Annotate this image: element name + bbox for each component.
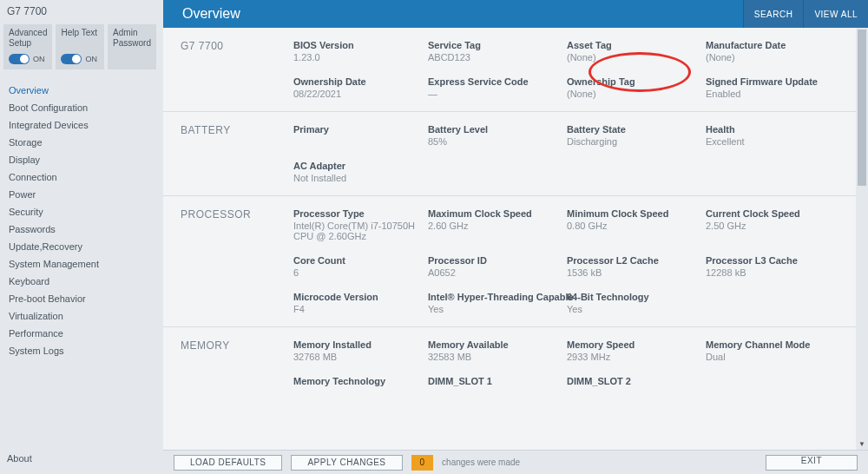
section-memory: MEMORY Memory Installed32768 MB Memory A… (163, 327, 856, 400)
field-microcode: Microcode VersionF4 (293, 292, 428, 314)
viewall-button[interactable]: VIEW ALL (803, 0, 868, 28)
toggle-advanced-setup[interactable]: Advanced Setup ON (3, 24, 52, 69)
field-min-clock: Minimum Clock Speed0.80 GHz (567, 208, 706, 241)
field-mem-speed: Memory Speed2933 MHz (567, 339, 706, 362)
load-defaults-button[interactable]: LOAD DEFAULTS (174, 455, 282, 471)
nav-passwords[interactable]: Passwords (0, 221, 163, 238)
about-link[interactable]: About (7, 453, 32, 464)
changes-text: changes were made (442, 458, 520, 467)
model-title: G7 7700 (0, 0, 163, 24)
nav-update-recovery[interactable]: Update,Recovery (0, 238, 163, 255)
field-manufacture-date: Manufacture Date(None) (706, 40, 853, 63)
section-label-battery: BATTERY (181, 124, 293, 183)
nav-connection[interactable]: Connection (0, 168, 163, 186)
toggle-switch-icon[interactable] (61, 54, 82, 64)
nav-security[interactable]: Security (0, 203, 163, 221)
scrollbar-thumb[interactable] (858, 30, 866, 186)
section-battery: BATTERY Primary Battery Level85% Battery… (163, 112, 856, 196)
field-asset-tag: Asset Tag(None) (567, 40, 706, 63)
page-title: Overview (182, 6, 743, 22)
field-processor-type: Processor TypeIntel(R) Core(TM) i7-10750… (293, 208, 428, 241)
field-current-clock: Current Clock Speed2.50 GHz (706, 208, 853, 241)
nav-performance[interactable]: Performance (0, 325, 163, 342)
field-mem-available: Memory Available32583 MB (428, 339, 567, 362)
nav-overview[interactable]: Overview (0, 82, 163, 99)
field-l2-cache: Processor L2 Cache1536 kB (567, 255, 706, 278)
field-ac-adapter: AC AdapterNot Installed (293, 161, 428, 183)
scrollbar[interactable]: ▼ (856, 28, 868, 450)
nav-boot-configuration[interactable]: Boot Configuration (0, 99, 163, 116)
header: Overview SEARCH VIEW ALL (163, 0, 868, 28)
changes-count-badge: 0 (411, 455, 434, 471)
field-mem-technology: Memory Technology (293, 376, 428, 388)
field-ownership-tag: Ownership Tag(None) (567, 76, 706, 99)
main: Overview SEARCH VIEW ALL G7 7700 BIOS Ve… (163, 0, 868, 474)
field-ownership-date: Ownership Date08/22/2021 (293, 76, 428, 99)
field-bios-version: BIOS Version1.23.0 (293, 40, 428, 63)
field-battery-state: Battery StateDischarging (567, 124, 706, 147)
nav-keyboard[interactable]: Keyboard (0, 273, 163, 290)
section-general: G7 7700 BIOS Version1.23.0 Service TagAB… (163, 28, 856, 112)
field-primary: Primary (293, 124, 428, 147)
field-max-clock: Maximum Clock Speed2.60 GHz (428, 208, 567, 241)
exit-button[interactable]: EXIT (766, 455, 858, 471)
field-hyperthreading: Intel® Hyper-Threading CapableYes (428, 292, 567, 314)
field-mem-installed: Memory Installed32768 MB (293, 339, 428, 362)
field-dimm2: DIMM_SLOT 2 (567, 376, 706, 388)
section-label-memory: MEMORY (181, 339, 293, 388)
scroll-down-icon[interactable]: ▼ (856, 438, 868, 450)
field-l3-cache: Processor L3 Cache12288 kB (706, 255, 853, 278)
toggle-help-text[interactable]: Help Text ON (56, 24, 104, 69)
sidebar-nav: Overview Boot Configuration Integrated D… (0, 82, 163, 359)
toggle-admin-password[interactable]: Admin Password (108, 24, 156, 69)
field-express-service-code: Express Service Code— (428, 76, 567, 99)
toggle-switch-icon[interactable] (9, 54, 30, 64)
nav-power[interactable]: Power (0, 186, 163, 203)
footer: LOAD DEFAULTS APPLY CHANGES 0 changes we… (163, 450, 868, 474)
field-service-tag: Service TagABCD123 (428, 40, 567, 63)
sidebar: G7 7700 Advanced Setup ON Help Text ON A… (0, 0, 163, 474)
field-core-count: Core Count6 (293, 255, 428, 278)
nav-system-logs[interactable]: System Logs (0, 342, 163, 359)
nav-preboot-behavior[interactable]: Pre-boot Behavior (0, 290, 163, 307)
field-signed-firmware-update: Signed Firmware UpdateEnabled (706, 76, 853, 99)
section-label-general: G7 7700 (181, 40, 293, 99)
field-dimm1: DIMM_SLOT 1 (428, 376, 567, 388)
nav-system-management[interactable]: System Management (0, 255, 163, 273)
nav-storage[interactable]: Storage (0, 134, 163, 151)
field-battery-health: HealthExcellent (706, 124, 853, 147)
search-button[interactable]: SEARCH (743, 0, 804, 28)
content-scroll: G7 7700 BIOS Version1.23.0 Service TagAB… (163, 28, 856, 450)
field-processor-id: Processor IDA0652 (428, 255, 567, 278)
section-label-processor: PROCESSOR (181, 208, 293, 314)
field-mem-channel: Memory Channel ModeDual (706, 339, 853, 362)
nav-display[interactable]: Display (0, 151, 163, 168)
field-64bit: 64-Bit TechnologyYes (567, 292, 706, 314)
nav-virtualization[interactable]: Virtualization (0, 307, 163, 325)
section-processor: PROCESSOR Processor TypeIntel(R) Core(TM… (163, 196, 856, 327)
nav-integrated-devices[interactable]: Integrated Devices (0, 116, 163, 134)
apply-changes-button[interactable]: APPLY CHANGES (291, 455, 402, 471)
field-battery-level: Battery Level85% (428, 124, 567, 147)
quick-toggles: Advanced Setup ON Help Text ON Admin Pas… (0, 24, 163, 69)
content: G7 7700 BIOS Version1.23.0 Service TagAB… (163, 28, 868, 450)
